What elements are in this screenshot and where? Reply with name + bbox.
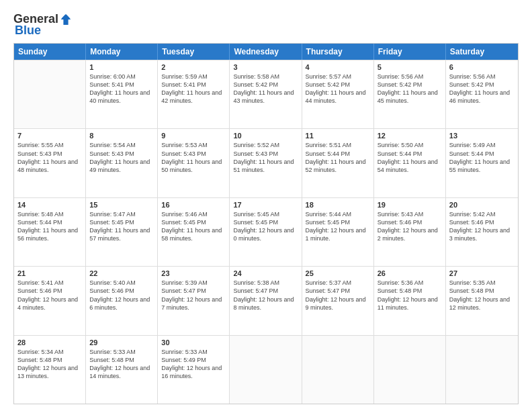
calendar-cell: 7Sunrise: 5:55 AM Sunset: 5:43 PM Daylig… bbox=[14, 129, 86, 197]
logo-blue-text: Blue bbox=[15, 24, 41, 38]
calendar-cell: 9Sunrise: 5:53 AM Sunset: 5:43 PM Daylig… bbox=[158, 129, 230, 197]
calendar-cell: 28Sunrise: 5:34 AM Sunset: 5:48 PM Dayli… bbox=[14, 336, 86, 404]
cell-sun-info: Sunrise: 5:34 AM Sunset: 5:48 PM Dayligh… bbox=[17, 348, 82, 381]
calendar-cell: 16Sunrise: 5:46 AM Sunset: 5:45 PM Dayli… bbox=[158, 198, 230, 266]
day-number: 18 bbox=[306, 201, 370, 209]
calendar: SundayMondayTuesdayWednesdayThursdayFrid… bbox=[13, 43, 519, 404]
calendar-cell bbox=[230, 336, 302, 404]
calendar-cell bbox=[302, 336, 374, 404]
day-number: 10 bbox=[233, 132, 298, 140]
cell-sun-info: Sunrise: 5:43 AM Sunset: 5:46 PM Dayligh… bbox=[378, 210, 442, 243]
calendar-cell bbox=[374, 336, 446, 404]
calendar-row-5: 28Sunrise: 5:34 AM Sunset: 5:48 PM Dayli… bbox=[14, 335, 518, 404]
cell-sun-info: Sunrise: 5:48 AM Sunset: 5:44 PM Dayligh… bbox=[17, 210, 82, 243]
calendar-cell: 6Sunrise: 5:56 AM Sunset: 5:42 PM Daylig… bbox=[446, 60, 518, 128]
page: General Blue SundayMondayTuesdayWednesda… bbox=[0, 0, 532, 411]
calendar-header: SundayMondayTuesdayWednesdayThursdayFrid… bbox=[14, 44, 518, 60]
day-number: 25 bbox=[306, 269, 370, 277]
cell-sun-info: Sunrise: 5:38 AM Sunset: 5:47 PM Dayligh… bbox=[233, 279, 298, 312]
day-number: 20 bbox=[449, 201, 515, 209]
weekday-header-tuesday: Tuesday bbox=[158, 44, 230, 60]
logo-icon bbox=[60, 13, 72, 26]
cell-sun-info: Sunrise: 5:52 AM Sunset: 5:43 PM Dayligh… bbox=[233, 141, 298, 174]
header: General Blue bbox=[13, 12, 519, 38]
calendar-cell: 21Sunrise: 5:41 AM Sunset: 5:46 PM Dayli… bbox=[14, 267, 86, 334]
day-number: 11 bbox=[306, 132, 370, 140]
calendar-body: 1Sunrise: 6:00 AM Sunset: 5:41 PM Daylig… bbox=[14, 60, 518, 404]
day-number: 23 bbox=[161, 269, 226, 277]
cell-sun-info: Sunrise: 5:49 AM Sunset: 5:44 PM Dayligh… bbox=[449, 141, 515, 174]
day-number: 28 bbox=[17, 338, 82, 347]
calendar-cell bbox=[446, 336, 518, 404]
day-number: 24 bbox=[233, 269, 298, 277]
day-number: 22 bbox=[89, 269, 154, 277]
calendar-cell: 29Sunrise: 5:33 AM Sunset: 5:48 PM Dayli… bbox=[86, 336, 158, 404]
cell-sun-info: Sunrise: 5:55 AM Sunset: 5:43 PM Dayligh… bbox=[17, 141, 82, 174]
day-number: 21 bbox=[17, 269, 82, 277]
day-number: 30 bbox=[161, 338, 226, 347]
day-number: 6 bbox=[449, 63, 515, 71]
day-number: 16 bbox=[161, 201, 226, 209]
day-number: 2 bbox=[161, 63, 226, 71]
calendar-cell: 1Sunrise: 6:00 AM Sunset: 5:41 PM Daylig… bbox=[86, 60, 158, 128]
calendar-cell: 4Sunrise: 5:57 AM Sunset: 5:42 PM Daylig… bbox=[302, 60, 374, 128]
calendar-cell: 23Sunrise: 5:39 AM Sunset: 5:47 PM Dayli… bbox=[158, 267, 230, 334]
calendar-cell: 10Sunrise: 5:52 AM Sunset: 5:43 PM Dayli… bbox=[230, 129, 302, 197]
calendar-row-1: 1Sunrise: 6:00 AM Sunset: 5:41 PM Daylig… bbox=[14, 60, 518, 128]
calendar-cell: 18Sunrise: 5:44 AM Sunset: 5:45 PM Dayli… bbox=[302, 198, 374, 266]
calendar-cell: 27Sunrise: 5:35 AM Sunset: 5:48 PM Dayli… bbox=[446, 267, 518, 334]
day-number: 7 bbox=[17, 132, 82, 140]
day-number: 1 bbox=[89, 63, 154, 71]
day-number: 14 bbox=[17, 201, 82, 209]
cell-sun-info: Sunrise: 5:44 AM Sunset: 5:45 PM Dayligh… bbox=[306, 210, 370, 243]
calendar-cell: 3Sunrise: 5:58 AM Sunset: 5:42 PM Daylig… bbox=[230, 60, 302, 128]
day-number: 26 bbox=[378, 269, 442, 277]
cell-sun-info: Sunrise: 5:42 AM Sunset: 5:46 PM Dayligh… bbox=[449, 210, 515, 243]
calendar-row-2: 7Sunrise: 5:55 AM Sunset: 5:43 PM Daylig… bbox=[14, 128, 518, 197]
cell-sun-info: Sunrise: 5:54 AM Sunset: 5:43 PM Dayligh… bbox=[89, 141, 154, 174]
logo: General Blue bbox=[13, 12, 72, 38]
day-number: 17 bbox=[233, 201, 298, 209]
calendar-cell: 12Sunrise: 5:50 AM Sunset: 5:44 PM Dayli… bbox=[374, 129, 446, 197]
cell-sun-info: Sunrise: 5:58 AM Sunset: 5:42 PM Dayligh… bbox=[233, 73, 298, 105]
calendar-cell: 5Sunrise: 5:56 AM Sunset: 5:42 PM Daylig… bbox=[374, 60, 446, 128]
cell-sun-info: Sunrise: 5:57 AM Sunset: 5:42 PM Dayligh… bbox=[306, 73, 370, 105]
cell-sun-info: Sunrise: 5:33 AM Sunset: 5:49 PM Dayligh… bbox=[161, 348, 226, 381]
calendar-cell: 14Sunrise: 5:48 AM Sunset: 5:44 PM Dayli… bbox=[14, 198, 86, 266]
day-number: 5 bbox=[378, 63, 442, 71]
calendar-cell: 19Sunrise: 5:43 AM Sunset: 5:46 PM Dayli… bbox=[374, 198, 446, 266]
cell-sun-info: Sunrise: 5:37 AM Sunset: 5:47 PM Dayligh… bbox=[306, 279, 370, 312]
calendar-cell: 15Sunrise: 5:47 AM Sunset: 5:45 PM Dayli… bbox=[86, 198, 158, 266]
cell-sun-info: Sunrise: 5:39 AM Sunset: 5:47 PM Dayligh… bbox=[161, 279, 226, 312]
calendar-row-3: 14Sunrise: 5:48 AM Sunset: 5:44 PM Dayli… bbox=[14, 197, 518, 266]
weekday-header-friday: Friday bbox=[374, 44, 446, 60]
day-number: 15 bbox=[89, 201, 154, 209]
cell-sun-info: Sunrise: 5:41 AM Sunset: 5:46 PM Dayligh… bbox=[17, 279, 82, 312]
cell-sun-info: Sunrise: 5:40 AM Sunset: 5:46 PM Dayligh… bbox=[89, 279, 154, 312]
weekday-header-sunday: Sunday bbox=[14, 44, 86, 60]
cell-sun-info: Sunrise: 5:45 AM Sunset: 5:45 PM Dayligh… bbox=[233, 210, 298, 243]
calendar-cell: 24Sunrise: 5:38 AM Sunset: 5:47 PM Dayli… bbox=[230, 267, 302, 334]
cell-sun-info: Sunrise: 5:35 AM Sunset: 5:48 PM Dayligh… bbox=[449, 279, 515, 312]
calendar-row-4: 21Sunrise: 5:41 AM Sunset: 5:46 PM Dayli… bbox=[14, 266, 518, 334]
weekday-header-monday: Monday bbox=[86, 44, 158, 60]
calendar-cell: 20Sunrise: 5:42 AM Sunset: 5:46 PM Dayli… bbox=[446, 198, 518, 266]
day-number: 13 bbox=[449, 132, 515, 140]
cell-sun-info: Sunrise: 5:50 AM Sunset: 5:44 PM Dayligh… bbox=[378, 141, 442, 174]
cell-sun-info: Sunrise: 5:47 AM Sunset: 5:45 PM Dayligh… bbox=[89, 210, 154, 243]
day-number: 19 bbox=[378, 201, 442, 209]
calendar-cell: 17Sunrise: 5:45 AM Sunset: 5:45 PM Dayli… bbox=[230, 198, 302, 266]
calendar-cell: 11Sunrise: 5:51 AM Sunset: 5:44 PM Dayli… bbox=[302, 129, 374, 197]
cell-sun-info: Sunrise: 5:59 AM Sunset: 5:41 PM Dayligh… bbox=[161, 73, 226, 105]
cell-sun-info: Sunrise: 6:00 AM Sunset: 5:41 PM Dayligh… bbox=[89, 73, 154, 105]
day-number: 8 bbox=[89, 132, 154, 140]
weekday-header-thursday: Thursday bbox=[302, 44, 374, 60]
calendar-cell: 8Sunrise: 5:54 AM Sunset: 5:43 PM Daylig… bbox=[86, 129, 158, 197]
cell-sun-info: Sunrise: 5:36 AM Sunset: 5:48 PM Dayligh… bbox=[378, 279, 442, 312]
calendar-cell: 2Sunrise: 5:59 AM Sunset: 5:41 PM Daylig… bbox=[158, 60, 230, 128]
cell-sun-info: Sunrise: 5:33 AM Sunset: 5:48 PM Dayligh… bbox=[89, 348, 154, 381]
calendar-cell: 30Sunrise: 5:33 AM Sunset: 5:49 PM Dayli… bbox=[158, 336, 230, 404]
cell-sun-info: Sunrise: 5:56 AM Sunset: 5:42 PM Dayligh… bbox=[378, 73, 442, 105]
cell-sun-info: Sunrise: 5:53 AM Sunset: 5:43 PM Dayligh… bbox=[161, 141, 226, 174]
calendar-cell: 22Sunrise: 5:40 AM Sunset: 5:46 PM Dayli… bbox=[86, 267, 158, 334]
